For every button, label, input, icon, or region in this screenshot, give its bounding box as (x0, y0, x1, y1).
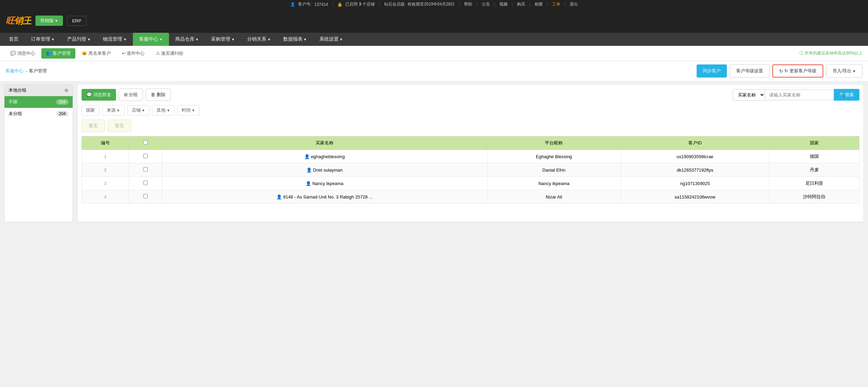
content-area: 本地分组 ⚙ 不限 204 未分组 204 💬 消息群发 ⊞ 分组 🗑 删除 买… (0, 84, 868, 222)
customer-no-value: 137414 (314, 2, 328, 7)
cell-buyer: 👤 eghagheblessing (162, 150, 487, 163)
row-checkbox[interactable] (143, 167, 148, 172)
subnav-customer-management[interactable]: 👥 客户管理 (41, 48, 76, 59)
subnav-returns[interactable]: ↩ 退件中心 (117, 48, 150, 59)
search-area: 买家名称 🔍搜索 (733, 89, 859, 101)
filter-other[interactable]: 其他 (152, 105, 174, 115)
breadcrumb-parent[interactable]: 客服中心 (6, 68, 23, 74)
sync-customers-button[interactable]: 同步客户 (697, 64, 727, 78)
cell-num: 1 (82, 150, 129, 163)
delete-button[interactable]: 🗑 删除 (146, 89, 171, 101)
logout-link[interactable]: 退出 (570, 1, 578, 7)
logo: 旺销王 (6, 15, 31, 27)
row-checkbox[interactable] (143, 154, 148, 158)
nav-purchasing[interactable]: 采购管理 (205, 33, 241, 46)
cell-country: 尼日利亚 (769, 177, 859, 190)
cell-buyer: 👤 Dnel sulayman (162, 163, 487, 177)
group-assign-button[interactable]: ⊞ 分组 (119, 89, 143, 101)
filter-country[interactable]: 国家 (82, 105, 99, 115)
cell-checkbox[interactable] (129, 163, 162, 177)
sidebar-header: 本地分组 ⚙ (4, 84, 73, 96)
cell-checkbox[interactable] (129, 190, 162, 204)
nav-data-reports[interactable]: 数据报表 (277, 33, 313, 46)
filter-time[interactable]: 时间 (177, 105, 200, 115)
recommendation-text: ⓘ 所有的建议采纳率高达90%以上 (800, 50, 862, 56)
import-export-button[interactable]: 导入/导出 (826, 64, 862, 78)
cell-num: 2 (82, 163, 129, 177)
cell-buyer: 👤 Nancy Ikpeama (162, 177, 487, 190)
col-customer-id: 客户ID (621, 136, 769, 150)
nav-distribution[interactable]: 分销关系 (241, 33, 277, 46)
main-nav: 首页 订单管理 产品刊登 物流管理 客服中心 商品仓库 采购管理 分销关系 数据… (0, 33, 868, 46)
customer-level-settings-button[interactable]: 客户等级设置 (730, 64, 770, 78)
member-level: 钻石会员版 (384, 1, 405, 7)
nav-logistics[interactable]: 物流管理 (97, 33, 133, 46)
workorder-link[interactable]: 工单 (552, 1, 560, 7)
col-buyer-name: 买家名称 (162, 136, 487, 150)
sidebar: 本地分组 ⚙ 不限 204 未分组 204 (4, 84, 73, 222)
table-row: 2 👤 Dnel sulayman Danial Efrin dk1265377… (82, 163, 859, 177)
erp-button[interactable]: ERP (67, 16, 87, 26)
placeholder-row: 暂无 暂无 (82, 120, 859, 132)
nav-warehouse[interactable]: 商品仓库 (169, 33, 205, 46)
gear-icon[interactable]: ⚙ (64, 88, 68, 93)
main-panel: 💬 消息群发 ⊞ 分组 🗑 删除 买家名称 🔍搜索 国家 来源 店铺 其他 时间… (77, 84, 864, 222)
cell-nickname: Danial Efrin (487, 163, 621, 177)
table-row: 3 👤 Nancy Ikpeama Nancy Ikpeama ng107135… (82, 177, 859, 190)
page-actions: 同步客户 客户等级设置 ↻ ↻ 更新客户等级 导入/导出 (697, 64, 862, 78)
nav-home[interactable]: 首页 (3, 33, 25, 46)
search-input[interactable] (765, 90, 834, 100)
cell-country: 丹麦 (769, 163, 859, 177)
sub-nav: 💬 消息中心 👥 客户管理 🐱 黑名单客户 ↩ 退件中心 ⚠ 速卖通纠纷 ⓘ 所… (0, 46, 868, 61)
album-link[interactable]: 相册 (534, 1, 543, 7)
row-checkbox[interactable] (143, 194, 148, 198)
customer-no-label: 客户号: (298, 1, 311, 7)
update-customer-level-button[interactable]: ↻ ↻ 更新客户等级 (772, 64, 823, 78)
buy-link[interactable]: 购买 (517, 1, 525, 7)
cell-num: 3 (82, 177, 129, 190)
cell-nickname: Nizar Ali (487, 190, 621, 204)
row-checkbox[interactable] (143, 181, 148, 185)
col-num: 编号 (82, 136, 129, 150)
top-bar: 👤 客户号: 137414 | 🔒 已启用 3 个店铺 | 钻石会员版 有效期至… (0, 0, 868, 9)
subnav-message-center[interactable]: 💬 消息中心 (6, 48, 40, 59)
cell-customer-id: us190903599lcrae (621, 150, 769, 163)
sidebar-item-ungrouped[interactable]: 未分组 204 (4, 108, 73, 120)
search-select[interactable]: 买家名称 (733, 89, 765, 101)
cell-customer-id: sa1158242106wvow (621, 190, 769, 204)
nav-order-management[interactable]: 订单管理 (25, 33, 61, 46)
select-all-checkbox[interactable] (143, 140, 148, 145)
filter-source[interactable]: 来源 (102, 105, 125, 115)
subnav-disputes[interactable]: ⚠ 速卖通纠纷 (151, 48, 189, 59)
cell-nickname: Eghaghe Blessing (487, 150, 621, 163)
filter-row: 国家 来源 店铺 其他 时间 (82, 105, 859, 115)
sidebar-item-unlimited[interactable]: 不限 204 (4, 96, 73, 108)
video-link[interactable]: 视频 (499, 1, 508, 7)
cell-checkbox[interactable] (129, 177, 162, 190)
sidebar-item-unlimited-label: 不限 (9, 99, 18, 105)
page-header: 客服中心 › 客户管理 同步客户 客户等级设置 ↻ ↻ 更新客户等级 导入/导出 (0, 61, 868, 81)
nav-product-listing[interactable]: 产品刊登 (61, 33, 97, 46)
mass-message-button[interactable]: 💬 消息群发 (82, 89, 116, 101)
sidebar-item-ungrouped-count: 204 (56, 111, 68, 116)
subnav-blacklist[interactable]: 🐱 黑名单客户 (77, 48, 116, 59)
store-icon: 🔒 (337, 2, 342, 7)
filter-store[interactable]: 店铺 (127, 105, 150, 115)
user-icon: 👤 (290, 2, 295, 7)
cell-buyer: 👤 9148 - As Samad Unit No. 3 Rabigh 2572… (162, 190, 487, 204)
marketing-version-button[interactable]: 营销版 (35, 16, 63, 26)
notice-link[interactable]: 公告 (482, 1, 490, 7)
cell-checkbox[interactable] (129, 150, 162, 163)
refresh-icon: ↻ (779, 69, 783, 74)
col-checkbox[interactable] (129, 136, 162, 150)
nav-customer-service[interactable]: 客服中心 (133, 33, 169, 46)
search-button[interactable]: 🔍搜索 (834, 89, 859, 101)
action-toolbar: 💬 消息群发 ⊞ 分组 🗑 删除 买家名称 🔍搜索 (82, 89, 859, 101)
sidebar-title: 本地分组 (9, 87, 27, 93)
cell-customer-id: ng1071359025 (621, 177, 769, 190)
col-nickname: 平台昵称 (487, 136, 621, 150)
nav-system-settings[interactable]: 系统设置 (313, 33, 349, 46)
cell-nickname: Nancy Ikpeama (487, 177, 621, 190)
header: 旺销王 营销版 ERP (0, 9, 868, 33)
help-link[interactable]: 帮助 (464, 1, 472, 7)
